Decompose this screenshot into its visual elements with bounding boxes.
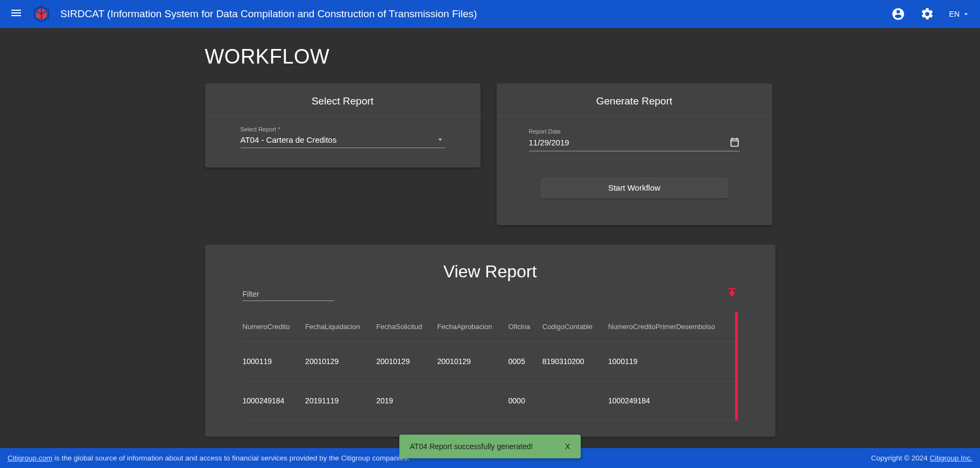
table-cell: 8190310200 [542,342,608,381]
chevron-down-icon [435,135,445,144]
success-toast: AT04 Report successfully generated! X [399,435,581,458]
start-workflow-button[interactable]: Start Workflow [540,177,729,198]
table-cell: 20010129 [376,342,437,381]
download-icon[interactable] [726,287,738,301]
table-cell: 0000 [509,381,542,421]
table-cell: 2019 [376,381,437,421]
generate-report-card: Generate Report Report Date 11/29/2019 S… [497,83,772,225]
table-cell: 20010129 [305,342,376,381]
table-cell: 1000249184 [243,381,306,421]
table-header[interactable]: FechaLiquidacion [305,312,376,342]
menu-icon[interactable] [10,6,23,22]
filter-input[interactable] [243,288,334,301]
view-report-title: View Report [205,245,775,287]
language-selector[interactable]: EN [949,10,970,18]
table-row[interactable]: 100024918420191119201900001000249184 [243,381,738,421]
account-icon[interactable] [891,7,905,21]
table-header[interactable]: FechaSolicitud [376,312,437,342]
footer-copyright-link[interactable]: Citigroup Inc. [929,454,972,462]
select-report-label: Select Report * [241,126,445,132]
footer-link[interactable]: Citigroup.com [8,454,52,462]
table-cell: 20010129 [438,342,509,381]
main-content: WORKFLOW Select Report Select Report * A… [0,28,980,437]
select-report-title: Select Report [205,83,481,116]
report-date-value: 11/29/2019 [529,138,569,147]
select-report-card: Select Report Select Report * AT04 - Car… [205,83,481,167]
table-cell [542,381,608,421]
table-scrollbar[interactable] [735,312,738,421]
report-table-wrap: NumeroCreditoFechaLiquidacionFechaSolici… [243,312,738,421]
toast-message: AT04 Report successfully generated! [410,442,533,451]
language-label: EN [949,10,960,18]
app-title: SIRDCAT (Information System for Data Com… [60,8,477,20]
page-title: WORKFLOW [205,45,775,68]
table-header[interactable]: NumeroCreditoPrimerDesembolso [608,312,737,342]
select-report-value: AT04 - Cartera de Creditos [241,135,337,144]
app-logo [32,5,51,23]
generate-report-title: Generate Report [497,83,772,116]
view-report-card: View Report NumeroCreditoFechaLiquidacio… [205,245,775,437]
calendar-icon[interactable] [729,137,740,148]
table-cell: 1000119 [608,342,737,381]
footer-copyright-prefix: Copyright © 2024 [871,454,929,462]
table-row[interactable]: 1000119200101292001012920010129000581903… [243,342,738,381]
table-cell: 0005 [509,342,542,381]
table-cell: 1000119 [243,342,306,381]
table-header[interactable]: FechaAprobacion [438,312,509,342]
report-date-field[interactable]: Report Date 11/29/2019 [529,128,740,151]
report-date-label: Report Date [529,128,740,135]
settings-icon[interactable] [920,7,934,21]
toast-close-button[interactable]: X [565,442,570,451]
chevron-down-icon [962,10,970,18]
app-header: SIRDCAT (Information System for Data Com… [0,0,980,28]
table-cell [438,381,509,421]
table-cell: 1000249184 [608,381,737,421]
table-header[interactable]: CodigoContable [542,312,608,342]
table-header[interactable]: Oficina [509,312,542,342]
select-report-field[interactable]: Select Report * AT04 - Cartera de Credit… [241,126,445,148]
table-header[interactable]: NumeroCredito [243,312,306,342]
report-table: NumeroCreditoFechaLiquidacionFechaSolici… [243,312,738,421]
footer-text: is the global source of information abou… [52,454,409,462]
table-cell: 20191119 [305,381,376,421]
